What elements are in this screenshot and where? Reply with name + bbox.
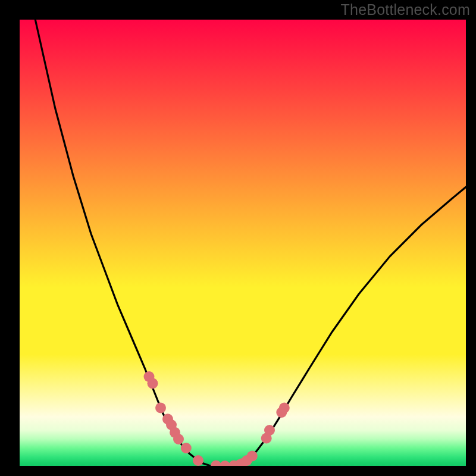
plot-area — [20, 20, 466, 466]
marker-dot — [173, 434, 184, 444]
watermark-text: TheBottleneck.com — [341, 1, 470, 18]
bottleneck-curve — [35, 20, 466, 466]
marker-dot — [279, 403, 290, 414]
marker-dot — [181, 443, 192, 453]
marker-dot — [264, 425, 275, 436]
chart-frame: TheBottleneck.com — [0, 0, 476, 476]
marker-dot — [247, 451, 258, 462]
marker-dots — [144, 371, 290, 466]
curve-svg — [20, 20, 466, 466]
marker-dot — [155, 403, 166, 414]
marker-dot — [193, 455, 203, 466]
marker-dot — [148, 378, 158, 389]
